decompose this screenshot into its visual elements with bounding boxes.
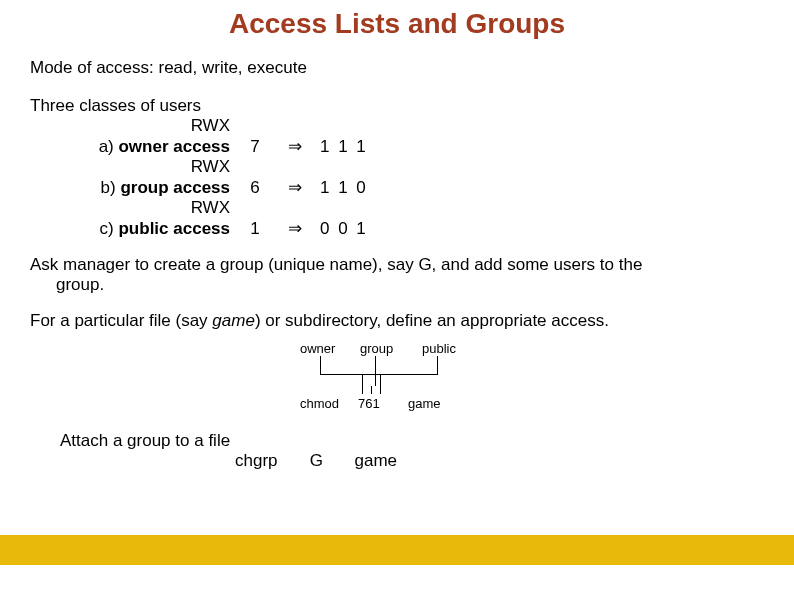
row-b-bits: 1 1 0 bbox=[320, 178, 368, 198]
diagram-file: game bbox=[408, 396, 441, 411]
diagram-line-public bbox=[437, 356, 438, 374]
row-b-prefix: b) bbox=[101, 178, 121, 197]
footer-bar bbox=[0, 535, 794, 565]
perm-row-group: b) group access 6 ⇒ 1 1 0 bbox=[30, 177, 764, 198]
diagram-hline-bottom bbox=[362, 374, 380, 375]
diagram-line-6 bbox=[371, 386, 372, 394]
diagram-group-label: group bbox=[360, 341, 393, 356]
define-access: For a particular file (say game) or subd… bbox=[30, 311, 764, 331]
chgrp-cmd: chgrp bbox=[235, 451, 305, 471]
row-c-bits: 0 0 1 bbox=[320, 219, 368, 239]
rwx-header-c: RWX bbox=[30, 198, 764, 218]
attach-line: Attach a group to a file bbox=[60, 431, 764, 451]
rwx-header-a: RWX bbox=[30, 116, 764, 136]
rwx-label: RWX bbox=[30, 157, 240, 177]
chgrp-group: G bbox=[310, 451, 350, 471]
mode-line: Mode of access: read, write, execute bbox=[30, 58, 764, 78]
diagram-chmod: chmod bbox=[300, 396, 339, 411]
row-c-prefix: c) bbox=[100, 219, 119, 238]
rwx-label: RWX bbox=[30, 116, 240, 136]
diagram-line-owner bbox=[320, 356, 321, 374]
row-a-label: owner access bbox=[118, 137, 230, 156]
slide-title: Access Lists and Groups bbox=[0, 0, 794, 40]
chgrp-file: game bbox=[354, 451, 397, 470]
row-a-prefix: a) bbox=[99, 137, 119, 156]
define-pre: For a particular file (say bbox=[30, 311, 212, 330]
diagram-owner-label: owner bbox=[300, 341, 335, 356]
chmod-diagram: owner group public chmod 761 game bbox=[300, 341, 794, 431]
row-c-num: 1 bbox=[240, 219, 270, 239]
perm-row-public: c) public access 1 ⇒ 0 0 1 bbox=[30, 218, 764, 239]
diagram-line-7 bbox=[362, 374, 363, 394]
slide: Access Lists and Groups Mode of access: … bbox=[0, 0, 794, 595]
diagram-public-label: public bbox=[422, 341, 456, 356]
diagram-line-group bbox=[375, 356, 376, 386]
row-c-arrow: ⇒ bbox=[270, 218, 320, 239]
define-post: ) or subdirectory, define an appropriate… bbox=[255, 311, 609, 330]
rwx-header-b: RWX bbox=[30, 157, 764, 177]
rwx-label: RWX bbox=[30, 198, 240, 218]
classes-intro: Three classes of users bbox=[30, 96, 764, 116]
row-b-arrow: ⇒ bbox=[270, 177, 320, 198]
ask-manager-line2: group. bbox=[56, 275, 764, 295]
diagram-val: 761 bbox=[358, 396, 380, 411]
row-c-label: public access bbox=[118, 219, 230, 238]
row-a-num: 7 bbox=[240, 137, 270, 157]
row-a-bits: 1 1 1 bbox=[320, 137, 368, 157]
row-b-label: group access bbox=[120, 178, 230, 197]
row-a-arrow: ⇒ bbox=[270, 136, 320, 157]
perm-row-owner: a) owner access 7 ⇒ 1 1 1 bbox=[30, 136, 764, 157]
row-b-num: 6 bbox=[240, 178, 270, 198]
permissions-block: RWX a) owner access 7 ⇒ 1 1 1 RWX b) gro… bbox=[30, 116, 764, 239]
diagram-line-1 bbox=[380, 374, 381, 394]
ask-manager-line1: Ask manager to create a group (unique na… bbox=[30, 255, 764, 275]
define-game: game bbox=[212, 311, 255, 330]
chgrp-row: chgrp G game bbox=[235, 451, 764, 471]
